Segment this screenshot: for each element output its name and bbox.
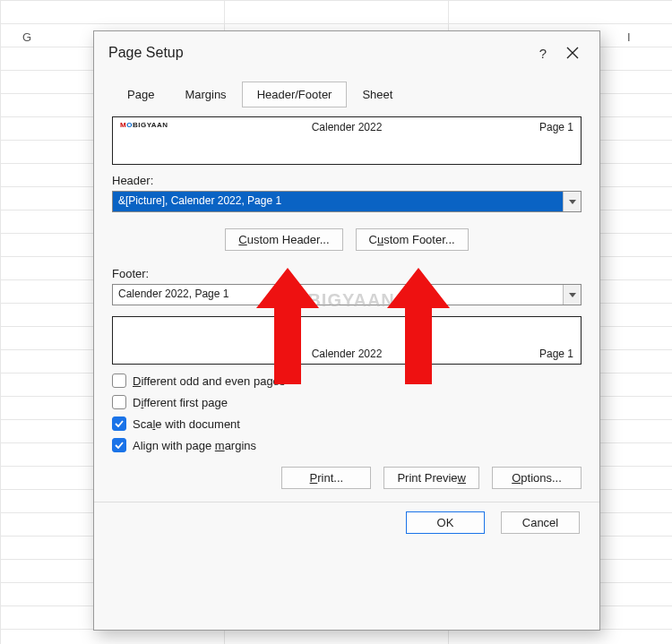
checkbox-align[interactable] [112, 438, 126, 452]
header-select-value: &[Picture], Calender 2022, Page 1 [113, 192, 563, 211]
custom-footer-label: stom Footer... [383, 233, 454, 246]
footer-select-dropdown[interactable] [563, 285, 581, 305]
label-first-page: Different first page [133, 396, 228, 409]
custom-footer-button[interactable]: Custom Footer... [356, 228, 469, 251]
tab-margins[interactable]: Margins [169, 82, 241, 107]
tab-header-footer[interactable]: Header/Footer [242, 82, 348, 107]
check-icon [115, 420, 124, 427]
checkbox-scale[interactable] [112, 416, 126, 431]
column-header-g[interactable]: G [22, 30, 31, 44]
dialog-title: Page Setup [108, 45, 530, 61]
header-label: Header: [112, 174, 582, 187]
close-icon [566, 47, 579, 59]
chevron-down-icon [569, 200, 576, 204]
tab-sheet[interactable]: Sheet [347, 82, 408, 107]
label-scale: Scale with document [133, 417, 240, 431]
footer-label: Footer: [112, 267, 582, 280]
titlebar: Page Setup ? [94, 31, 599, 73]
footer-select-value: Calender 2022, Page 1 [113, 285, 563, 305]
print-button[interactable]: Print... [281, 467, 371, 489]
cancel-button[interactable]: Cancel [501, 511, 580, 534]
footer-preview-center: Calender 2022 [113, 348, 581, 360]
checkbox-first-page[interactable] [112, 395, 126, 409]
check-icon [115, 442, 124, 449]
print-preview-button[interactable]: Print Preview [383, 467, 479, 489]
help-button[interactable]: ? [530, 46, 556, 61]
ok-button[interactable]: OK [406, 511, 485, 534]
header-preview-center: Calender 2022 [113, 121, 581, 133]
label-odd-even: Different odd and even pages [133, 374, 285, 388]
header-preview: MOBIGYAAN Calender 2022 Page 1 [112, 116, 582, 165]
footer-select[interactable]: Calender 2022, Page 1 [112, 284, 582, 305]
checkbox-odd-even[interactable] [112, 374, 126, 388]
close-button[interactable] [556, 40, 589, 65]
column-header-i[interactable]: I [627, 30, 631, 44]
footer-preview: Calender 2022 Page 1 [112, 316, 582, 365]
tabs: Page Margins Header/Footer Sheet [112, 82, 582, 107]
footer-preview-right: Page 1 [539, 348, 573, 360]
options-button[interactable]: Options... [492, 467, 582, 489]
tab-page[interactable]: Page [112, 82, 169, 107]
label-align: Align with page margins [133, 439, 256, 452]
header-select-dropdown[interactable] [563, 192, 581, 211]
custom-header-button[interactable]: Custom Header... [225, 228, 342, 251]
header-select[interactable]: &[Picture], Calender 2022, Page 1 [112, 191, 582, 212]
header-preview-right: Page 1 [539, 121, 573, 133]
chevron-down-icon [569, 293, 576, 297]
page-setup-dialog: Page Setup ? Page Margins Header/Footer … [93, 30, 600, 631]
custom-header-label: ustom Header... [247, 233, 330, 246]
divider [94, 502, 599, 502]
